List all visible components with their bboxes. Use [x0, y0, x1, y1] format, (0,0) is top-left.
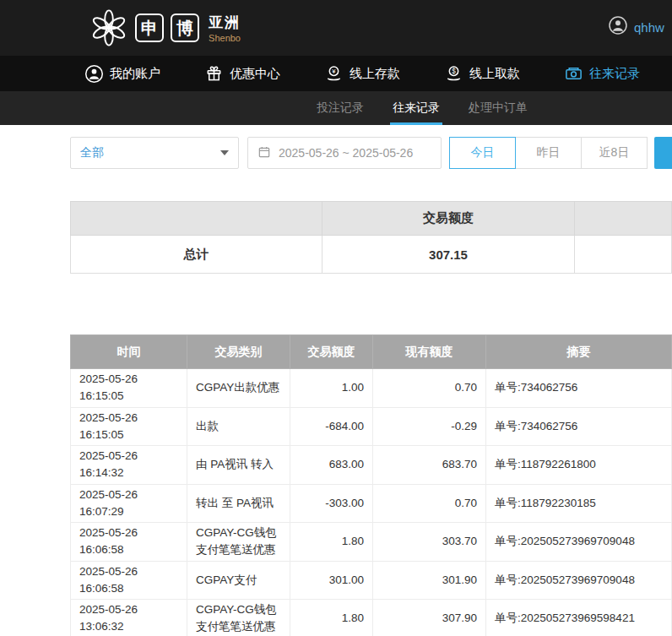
brand-region: 亚洲	[209, 13, 241, 32]
type-select-value: 全部	[80, 145, 104, 160]
date-range-value: 2025-05-26 ~ 2025-05-26	[279, 146, 413, 160]
cell-amount: 1.80	[290, 523, 373, 562]
summary-header-label: 交易额度	[322, 202, 575, 236]
cell-type: 转出 至 PA视讯	[187, 484, 290, 523]
cell-time: 2025-05-26 16:07:29	[71, 484, 187, 523]
col-header-amount: 交易额度	[290, 335, 373, 369]
nav-item-label: 优惠中心	[230, 66, 280, 82]
cell-type: 由 PA视讯 转入	[187, 446, 290, 485]
cell-amount: 1.00	[290, 369, 373, 408]
cell-type: CGPAY出款优惠	[187, 369, 290, 408]
summary-table: 交易额度 总计 307.15	[70, 201, 672, 274]
nav-item-my-account[interactable]: 我的账户	[84, 64, 160, 84]
cell-summary: 单号:202505273969598421	[486, 600, 672, 636]
type-select[interactable]: 全部	[70, 137, 239, 169]
svg-text:¥: ¥	[332, 67, 336, 74]
last-8-days-button[interactable]: 近8日	[581, 137, 648, 169]
yesterday-button[interactable]: 昨日	[515, 137, 582, 169]
cell-balance: 0.70	[373, 484, 486, 523]
nav-item-label: 往来记录	[589, 66, 640, 82]
brand-char-shen: 申	[135, 14, 164, 42]
cell-summary: 单号:202505273969709048	[486, 523, 672, 562]
user-icon	[84, 64, 104, 84]
tab-transaction-records[interactable]: 往来记录	[390, 91, 442, 125]
cell-amount: -303.00	[290, 484, 373, 523]
cell-time: 2025-05-26 16:06:58	[71, 561, 187, 600]
user-account[interactable]: qhhw	[608, 15, 664, 39]
table-row: 2025-05-26 16:07:29转出 至 PA视讯-303.000.70单…	[71, 484, 672, 523]
withdraw-coin-icon: $	[444, 64, 463, 84]
cell-summary: 单号:734062756	[486, 369, 672, 408]
summary-header-empty	[575, 202, 672, 236]
nav-item-withdraw[interactable]: $ 线上取款	[444, 64, 520, 84]
cell-balance: 301.90	[373, 561, 486, 600]
today-button[interactable]: 今日	[449, 137, 516, 169]
summary-total-empty	[575, 236, 672, 274]
filter-bar: 全部 2025-05-26 ~ 2025-05-26 今日 昨日 近8日	[70, 137, 672, 169]
calendar-icon	[257, 145, 271, 161]
col-header-time: 时间	[71, 335, 187, 369]
cell-type: CGPAY-CG钱包支付笔笔送优惠	[187, 600, 290, 636]
transactions-header-row: 时间 交易类别 交易额度 现有额度 摘要	[71, 335, 672, 369]
table-row: 2025-05-26 16:06:58CGPAY-CG钱包支付笔笔送优惠1.80…	[71, 523, 672, 562]
top-header: 申 博 亚洲 Shenbo qhhw	[0, 0, 672, 56]
summary-header-empty	[71, 202, 322, 236]
gift-icon	[204, 64, 224, 84]
cell-type: 出款	[187, 407, 290, 446]
transactions-body: 2025-05-26 16:15:05CGPAY出款优惠1.000.70单号:7…	[71, 369, 672, 636]
search-button[interactable]	[654, 137, 672, 169]
table-row: 2025-05-26 13:06:32CGPAY-CG钱包支付笔笔送优惠1.80…	[71, 600, 672, 636]
cell-summary: 单号:118792261800	[486, 446, 672, 485]
cell-balance: 303.70	[373, 523, 486, 562]
nav-item-transaction-records[interactable]: 往来记录	[564, 64, 640, 84]
nav-item-label: 线上取款	[469, 66, 520, 82]
nav-item-label: 我的账户	[110, 66, 160, 82]
brand-subtitle: Shenbo	[209, 33, 241, 43]
svg-text:$: $	[452, 68, 456, 75]
summary-total-value: 307.15	[322, 236, 575, 274]
cell-time: 2025-05-26 16:06:58	[71, 523, 187, 562]
chevron-down-icon	[220, 150, 229, 155]
col-header-type: 交易类别	[187, 335, 290, 369]
cell-time: 2025-05-26 16:14:32	[71, 446, 187, 485]
col-header-balance: 现有额度	[373, 335, 486, 369]
table-row: 2025-05-26 16:14:32由 PA视讯 转入683.00683.70…	[71, 446, 672, 485]
flower-logo-icon	[89, 8, 128, 47]
cell-summary: 单号:734062756	[486, 407, 672, 446]
transactions-table: 时间 交易类别 交易额度 现有额度 摘要 2025-05-26 16:15:05…	[70, 334, 672, 636]
tab-processing-orders[interactable]: 处理中订单	[466, 91, 530, 125]
nav-item-deposit[interactable]: ¥ 线上存款	[324, 64, 400, 84]
cell-summary: 单号:118792230185	[486, 484, 672, 523]
cell-time: 2025-05-26 13:06:32	[71, 600, 187, 636]
cell-amount: 1.80	[290, 600, 373, 636]
nav-item-label: 线上存款	[350, 66, 400, 82]
table-row: 2025-05-26 16:15:05出款-684.00-0.29单号:7340…	[71, 407, 672, 446]
main-nav: 我的账户 优惠中心 ¥ 线上存款 $	[0, 56, 672, 91]
date-range-input[interactable]: 2025-05-26 ~ 2025-05-26	[247, 137, 442, 169]
cell-type: CGPAY-CG钱包支付笔笔送优惠	[187, 523, 290, 562]
user-avatar-icon	[608, 15, 628, 39]
cell-type: CGPAY支付	[187, 561, 290, 600]
summary-total-row: 总计 307.15	[71, 236, 672, 274]
cell-amount: -684.00	[290, 407, 373, 446]
cell-time: 2025-05-26 16:15:05	[71, 407, 187, 446]
cell-balance: 0.70	[373, 369, 486, 408]
col-header-summary: 摘要	[486, 335, 672, 369]
table-row: 2025-05-26 16:15:05CGPAY出款优惠1.000.70单号:7…	[71, 369, 672, 408]
nav-item-promotions[interactable]: 优惠中心	[204, 64, 280, 84]
cell-balance: 683.70	[373, 446, 486, 485]
quick-date-buttons: 今日 昨日 近8日	[450, 137, 648, 169]
table-row: 2025-05-26 16:06:58CGPAY支付301.00301.90单号…	[71, 561, 672, 600]
cell-amount: 683.00	[290, 446, 373, 485]
cell-amount: 301.00	[290, 561, 373, 600]
cell-time: 2025-05-26 16:15:05	[71, 369, 187, 408]
brand-logo: 申 博 亚洲 Shenbo	[89, 8, 241, 47]
cell-balance: -0.29	[373, 407, 486, 446]
cell-balance: 307.90	[373, 600, 486, 636]
records-icon	[564, 64, 583, 84]
cell-summary: 单号:202505273969709048	[486, 561, 672, 600]
tab-betting-records[interactable]: 投注记录	[314, 91, 366, 125]
sub-nav: 投注记录 往来记录 处理中订单	[0, 91, 672, 125]
deposit-coin-icon: ¥	[324, 64, 344, 84]
username: qhhw	[634, 20, 664, 35]
